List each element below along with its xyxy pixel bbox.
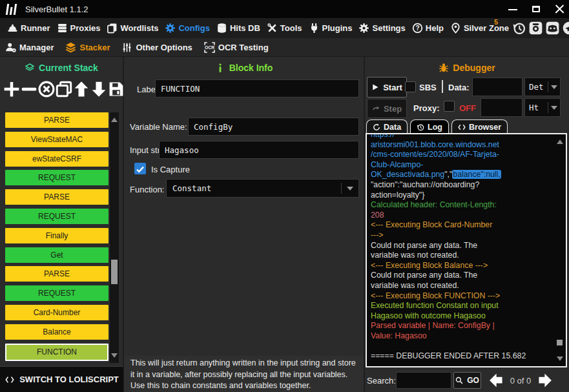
scroll-up-icon[interactable] — [557, 139, 563, 144]
toolbar-item-label: Stacker — [79, 43, 110, 52]
info-icon — [215, 63, 225, 73]
proxy-checkbox[interactable] — [444, 101, 455, 112]
chevron-down-icon[interactable] — [548, 106, 560, 110]
discord-icon[interactable] — [546, 21, 559, 35]
tab-log[interactable]: Log — [410, 119, 449, 134]
variable-name-input[interactable] — [188, 118, 359, 136]
toolbar-item-manager[interactable]: Manager — [5, 42, 54, 53]
debugger-header: Debugger — [365, 63, 569, 73]
block-info-title: Block Info — [229, 63, 273, 73]
minimize-icon[interactable] — [508, 5, 517, 14]
next-match-icon[interactable] — [537, 372, 554, 389]
clear-button[interactable] — [38, 81, 56, 100]
debug-data-input[interactable] — [472, 77, 522, 96]
maximize-icon[interactable] — [532, 5, 541, 14]
stack-block-get[interactable]: Get — [5, 247, 109, 263]
app-window: SilverBullet 1.1.2 RunnerProxiesWordlist… — [0, 0, 569, 392]
scroll-up-icon[interactable] — [111, 118, 118, 122]
log-line: Could not parse any data. The — [371, 241, 563, 251]
add-button[interactable] — [3, 81, 21, 100]
stack-block-parse[interactable]: PARSE — [5, 189, 109, 205]
is-capture-checkbox[interactable] — [134, 163, 146, 174]
sbs-checkbox[interactable] — [405, 81, 416, 92]
start-button[interactable]: Start — [367, 77, 407, 98]
save-button[interactable] — [108, 81, 125, 100]
move-down-button[interactable] — [90, 81, 108, 100]
menu-item-proxies[interactable]: Proxies — [54, 23, 104, 34]
stack-block-parse[interactable]: PARSE — [5, 266, 109, 282]
menu-item-label: Tools — [280, 23, 302, 33]
debug-log[interactable]: https://aristorsmi001.blob.core.windows.… — [366, 133, 567, 367]
menu-item-label: Wordlists — [120, 23, 158, 33]
clone-button[interactable] — [56, 81, 73, 100]
menu-item-settings[interactable]: Settings — [355, 23, 408, 34]
play-icon — [371, 83, 379, 91]
search-input[interactable] — [396, 372, 451, 389]
move-up-button[interactable] — [73, 81, 90, 100]
stack-list: PARSEViewStateMACewStateCSRFREQUESTPARSE… — [5, 112, 109, 364]
menu-item-tools[interactable]: Tools — [264, 23, 305, 34]
close-icon[interactable] — [555, 5, 564, 14]
telegram-icon[interactable] — [563, 21, 569, 35]
separator — [442, 80, 443, 93]
stack-block-balance[interactable]: Balance — [5, 324, 109, 340]
data-type-dropdown[interactable]: Det — [524, 77, 561, 96]
stack-block-request[interactable]: REQUEST — [5, 285, 109, 301]
stack-block-ewstatecsrf[interactable]: ewStateCSRF — [5, 151, 109, 167]
stack-block-request[interactable]: REQUEST — [5, 209, 109, 224]
search-go-button[interactable]: GO — [453, 372, 481, 389]
menu-item-plugins[interactable]: Plugins — [305, 23, 356, 34]
stack-block-request[interactable]: REQUEST — [5, 170, 109, 185]
log-scrollbar[interactable] — [555, 136, 564, 365]
menu-item-configs[interactable]: Configs — [161, 23, 212, 34]
wordlists-icon — [107, 23, 118, 34]
input-string-input[interactable] — [159, 141, 359, 159]
titlebar: SilverBullet 1.1.2 — [0, 0, 569, 18]
menubar-actions — [512, 21, 569, 35]
log-line: https:// — [371, 133, 563, 140]
stack-block-viewstatemac[interactable]: ViewStateMAC — [5, 132, 109, 147]
prev-match-icon[interactable] — [487, 372, 504, 389]
history-icon[interactable] — [512, 21, 526, 35]
toolbar-item-ocr-testing[interactable]: OCROCR Testing — [204, 42, 269, 53]
stack-block-finally[interactable]: Finally — [5, 228, 109, 243]
chevron-down-icon[interactable] — [342, 187, 358, 191]
log-line: action=loyalty"} — [371, 191, 563, 201]
remove-button[interactable] — [21, 81, 38, 100]
log-line: "action":"auchan://onboarding? — [371, 180, 563, 191]
menu-item-label: Plugins — [322, 23, 353, 33]
menu-item-hits-db[interactable]: Hits DB — [213, 23, 264, 34]
menu-item-label: Proxies — [70, 23, 101, 33]
toolbar-item-stacker[interactable]: Stacker — [65, 42, 110, 53]
screenshot-icon[interactable] — [529, 21, 543, 35]
code-icon — [5, 375, 15, 384]
menu-item-runner[interactable]: Runner — [4, 23, 54, 34]
scroll-thumb[interactable] — [111, 260, 118, 284]
stack-block-function[interactable]: FUNCTION — [5, 344, 109, 361]
switch-to-loliscript-button[interactable]: SWITCH TO LOLISCRIPT — [0, 366, 123, 392]
stack-scrollbar[interactable] — [110, 112, 119, 363]
stack-block-card-number[interactable]: Card-Number — [5, 305, 109, 320]
scroll-down-icon[interactable] — [557, 356, 563, 361]
chevron-down-icon[interactable] — [548, 85, 560, 89]
current-stack-title: Current Stack — [39, 63, 98, 73]
function-description: This will just return anything written i… — [124, 356, 364, 392]
check-icon — [135, 164, 145, 174]
scroll-thumb[interactable] — [557, 340, 563, 346]
menu-item-wordlists[interactable]: Wordlists — [103, 23, 161, 34]
tab-browser[interactable]: Browser — [451, 119, 508, 134]
toolbar-item-other-options[interactable]: Other Options — [121, 42, 192, 53]
tab-data[interactable]: Data — [366, 119, 408, 134]
menu-item-silver-zone[interactable]: Silver Zone5 — [447, 23, 512, 34]
scroll-down-icon[interactable] — [111, 353, 118, 358]
toolbar-item-label: Other Options — [136, 43, 192, 52]
label-input[interactable] — [155, 79, 359, 98]
stack-block-parse[interactable]: PARSE — [5, 112, 109, 128]
menubar: RunnerProxiesWordlistsConfigsHits DBTool… — [0, 18, 569, 38]
function-dropdown[interactable]: Constant — [166, 179, 359, 198]
menu-item-help[interactable]: ?Help — [409, 23, 447, 34]
proxy-input[interactable] — [481, 98, 522, 117]
step-button[interactable]: Step — [367, 99, 407, 118]
function-value: Constant — [167, 183, 341, 193]
proxy-type-dropdown[interactable]: Ht — [524, 98, 561, 117]
